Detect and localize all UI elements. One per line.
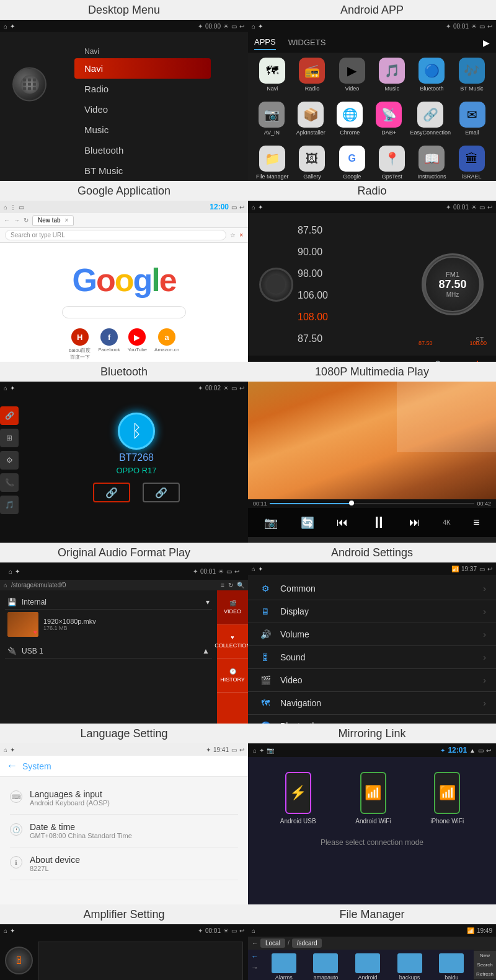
- radio-knob[interactable]: [259, 268, 293, 302]
- menu-item-navi-top[interactable]: Navi: [74, 45, 211, 58]
- freq-6[interactable]: 87.50: [298, 332, 415, 346]
- fm-btn-refresh[interactable]: Refresh: [474, 969, 496, 979]
- amp-knob[interactable]: 🎚: [5, 947, 33, 974]
- bt-disconnect-btn[interactable]: 🔗: [143, 483, 180, 502]
- browser-tab[interactable]: New tab ×: [32, 215, 74, 225]
- settings-common[interactable]: ⚙ Common ›: [248, 577, 496, 600]
- freq-3[interactable]: 98.00: [298, 267, 415, 281]
- app-bluetooth[interactable]: 🔵 Bluetooth: [414, 58, 450, 92]
- bt-connect-btn[interactable]: 🔗: [93, 483, 130, 502]
- settings-volume[interactable]: 🔊 Volume ›: [248, 623, 496, 646]
- media-playlist-btn[interactable]: ≡: [473, 516, 480, 529]
- bt-sidebar-link[interactable]: 🔗: [0, 406, 19, 425]
- audio-file-item[interactable]: ♥ 1920×1080p.mkv 176.1 MB: [5, 610, 212, 639]
- fm-local-tab[interactable]: Local: [260, 938, 285, 948]
- app-gallery[interactable]: 🖼 Gallery: [294, 146, 330, 180]
- freq-1[interactable]: 87.50: [298, 224, 415, 237]
- lang-back-btn[interactable]: ←: [6, 759, 17, 772]
- bt-sidebar-phone[interactable]: 📞: [0, 473, 19, 492]
- sidebar-video[interactable]: 🎬 VIDEO: [217, 590, 248, 624]
- refresh-btn[interactable]: ↻: [24, 217, 29, 224]
- fm-sdcard-tab[interactable]: /sdcard: [292, 938, 322, 948]
- usb-expand-icon[interactable]: ▲: [202, 647, 210, 655]
- menu-item-music[interactable]: Music: [74, 120, 211, 140]
- lang-input[interactable]: ⌨ Languages & input Android Keyboard (AO…: [10, 782, 238, 815]
- media-pause-btn[interactable]: ⏸: [371, 513, 387, 532]
- progress-thumb[interactable]: [349, 501, 354, 505]
- audio-usb[interactable]: 🔌 USB 1 ▲: [5, 644, 212, 658]
- bookmark-icon[interactable]: ☆: [230, 232, 236, 238]
- expand-icon[interactable]: ▾: [206, 598, 210, 606]
- tab-apps[interactable]: APPS: [254, 35, 276, 50]
- shortcut-baidu[interactable]: H baidu百度百度一下: [69, 328, 91, 361]
- close-tab-icon[interactable]: ×: [64, 217, 68, 224]
- menu-item-radio[interactable]: Radio: [74, 79, 211, 99]
- freq-5[interactable]: 108.00: [298, 310, 415, 324]
- folder-backups[interactable]: backups: [390, 953, 430, 980]
- folder-android[interactable]: Android: [348, 953, 388, 980]
- app-instructions[interactable]: 📖 Instructions: [414, 146, 450, 180]
- bt-sidebar-grid[interactable]: ⊞: [0, 429, 19, 447]
- media-prev-btn[interactable]: ⏮: [337, 516, 348, 529]
- tab-widgets[interactable]: WIDGETS: [288, 35, 326, 50]
- media-next-btn[interactable]: ⏭: [409, 516, 420, 529]
- app-video[interactable]: ▶ Video: [334, 58, 370, 92]
- google-searchbar[interactable]: [62, 306, 186, 318]
- folder-amapauto[interactable]: amapauto: [306, 953, 346, 980]
- shortcut-facebook[interactable]: f Facebook: [98, 328, 120, 361]
- mirror-iphone-wifi[interactable]: 📶 iPhone WiFi: [430, 772, 464, 825]
- mirror-android-usb[interactable]: ⚡ Android USB: [280, 772, 316, 825]
- fm-left-btn-2[interactable]: →: [251, 963, 259, 972]
- search-icon[interactable]: 🔍: [237, 582, 244, 588]
- app-music[interactable]: 🎵 Music: [374, 58, 410, 92]
- media-screenshot-btn[interactable]: 📷: [264, 516, 278, 530]
- media-rotate-btn[interactable]: 🔄: [301, 516, 314, 530]
- shortcut-amazon[interactable]: a Amazon.cn: [154, 328, 179, 361]
- fm-btn-new[interactable]: New: [474, 951, 496, 960]
- settings-sound[interactable]: 🎛 Sound ›: [248, 646, 496, 669]
- app-chrome[interactable]: 🌐 Chrome: [332, 102, 368, 136]
- folder-alarms[interactable]: Alarms: [264, 953, 304, 980]
- menu-knob[interactable]: [12, 68, 46, 102]
- lang-about[interactable]: ℹ About device 8227L: [10, 847, 238, 880]
- app-apkinstaller[interactable]: 📦 ApkInstaller: [293, 102, 329, 136]
- menu-item-video[interactable]: Video: [74, 99, 211, 120]
- back-btn[interactable]: ←: [4, 217, 10, 224]
- sidebar-collection[interactable]: ♥ COLLECTION: [217, 624, 248, 658]
- menu-item-btmusic[interactable]: BT Music: [74, 160, 211, 181]
- app-easyconn[interactable]: 🔗 EasyConnection: [410, 102, 451, 136]
- menu-item-bluetooth[interactable]: Bluetooth: [74, 140, 211, 160]
- fm-btn-search[interactable]: Search: [474, 960, 496, 969]
- freq-4[interactable]: 106.00: [298, 289, 415, 302]
- close-browser-icon[interactable]: ×: [239, 232, 243, 238]
- radio-dial[interactable]: FM1 87.50 MHz: [422, 253, 484, 315]
- app-israel[interactable]: 🏛 iSRAEL: [454, 146, 490, 180]
- settings-display[interactable]: 🖥 Display ›: [248, 600, 496, 623]
- lang-datetime[interactable]: 🕐 Date & time GMT+08:00 China Standard T…: [10, 815, 238, 847]
- app-dab[interactable]: 📡 DAB+: [371, 102, 407, 136]
- progress-track[interactable]: [270, 503, 475, 504]
- fm-left-btn-1[interactable]: ←: [251, 952, 259, 961]
- url-bar[interactable]: Search or type URL: [5, 230, 226, 240]
- filter-icon[interactable]: ≡: [221, 582, 224, 588]
- app-navi[interactable]: 🗺 Navi: [254, 58, 290, 92]
- mirror-android-wifi[interactable]: 📶 Android WiFi: [355, 772, 391, 825]
- settings-navigation[interactable]: 🗺 Navigation ›: [248, 692, 496, 715]
- audio-internal[interactable]: 💾 Internal ▾: [5, 595, 212, 610]
- fm-back-btn[interactable]: ←: [252, 940, 258, 947]
- shortcut-youtube[interactable]: ▶ YouTube: [128, 328, 147, 361]
- app-gpstest[interactable]: 📍 GpsTest: [374, 146, 410, 180]
- refresh-icon[interactable]: ↻: [228, 582, 233, 588]
- app-btmusic[interactable]: 🎶 BT Music: [454, 58, 490, 92]
- settings-bluetooth[interactable]: 🔵 Bluetooth ›: [248, 715, 496, 724]
- app-google[interactable]: G Google: [334, 146, 370, 180]
- settings-video[interactable]: 🎬 Video ›: [248, 669, 496, 692]
- menu-item-navi[interactable]: Navi: [74, 58, 211, 79]
- sidebar-history[interactable]: 🕐 HISTORY: [217, 658, 248, 693]
- bt-sidebar-settings[interactable]: ⚙: [0, 451, 19, 470]
- forward-btn[interactable]: →: [14, 217, 20, 224]
- app-avin[interactable]: 📷 AV_IN: [254, 102, 290, 136]
- app-filemgr[interactable]: 📁 File Manager: [254, 146, 290, 180]
- folder-baidu[interactable]: baidu: [432, 953, 471, 980]
- app-radio[interactable]: 📻 Radio: [294, 58, 330, 92]
